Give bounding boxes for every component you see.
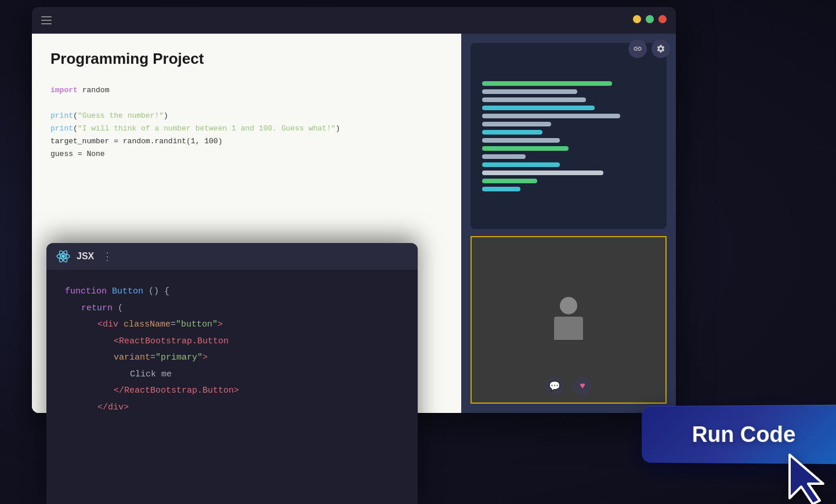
code-line-3: print("I will think of a number between … [50, 122, 443, 135]
run-code-label: Run Code [692, 422, 796, 447]
jsx-line-6: Click me [65, 367, 399, 383]
dots-menu[interactable]: ⋮ [102, 250, 113, 263]
code-line-4: target_number = random.randint(1, 100) [50, 135, 443, 148]
avatar [551, 297, 586, 338]
react-icon [56, 249, 71, 264]
jsx-line-7: </ReactBootstrap.Button> [65, 383, 399, 400]
preview-panel: 💬 ♥ [471, 236, 667, 404]
python-code: import random print("Guess the number!")… [50, 84, 443, 161]
avatar-body [554, 317, 583, 340]
svg-marker-4 [790, 455, 823, 504]
code-line-bar [482, 130, 542, 135]
code-lines-panel [471, 43, 667, 229]
link-icon-button[interactable] [628, 39, 647, 58]
code-line-bar [482, 179, 537, 183]
jsx-line-2: return ( [65, 300, 399, 317]
reaction-icons: 💬 ♥ [545, 377, 592, 396]
settings-icon [656, 44, 665, 53]
minimize-button[interactable] [633, 15, 641, 23]
jsx-line-5: variant="primary"> [65, 350, 399, 367]
cursor-arrow [784, 452, 836, 504]
browser-titlebar [32, 7, 676, 34]
heart-icon[interactable]: ♥ [573, 377, 592, 396]
menu-icon[interactable] [41, 16, 52, 24]
panel-icons [628, 39, 670, 58]
settings-icon-button[interactable] [652, 39, 670, 58]
jsx-line-3: <div className="button"> [65, 317, 399, 333]
jsx-line-8: </div> [65, 400, 399, 416]
avatar-head [560, 297, 577, 314]
close-button[interactable] [658, 15, 667, 23]
code-line-bar [482, 106, 595, 110]
code-line-bar [482, 138, 560, 143]
code-line-5: guess = None [50, 148, 443, 161]
project-title: Programming Project [50, 50, 443, 68]
chat-icon[interactable]: 💬 [545, 377, 564, 396]
code-line-bar [482, 89, 577, 94]
right-panel: 💬 ♥ [461, 34, 676, 413]
cursor-icon [784, 452, 836, 504]
jsx-line-4: <ReactBootstrap.Button [65, 333, 399, 350]
link-icon [633, 44, 642, 53]
code-line-bar [482, 97, 586, 102]
jsx-editor-header: JSX ⋮ [46, 243, 418, 270]
code-line-2: print("Guess the number!") [50, 110, 443, 122]
code-line-1: import random [50, 84, 443, 97]
svg-point-0 [61, 255, 64, 258]
jsx-editor: JSX ⋮ function Button () { return ( <div… [46, 243, 418, 504]
code-line-bar [482, 114, 620, 118]
jsx-label: JSX [77, 251, 94, 262]
jsx-code-block: function Button () { return ( <div class… [46, 270, 418, 430]
maximize-button[interactable] [646, 15, 654, 23]
code-line-bar [482, 81, 612, 86]
code-line-bar [482, 171, 603, 175]
code-line-bar [482, 154, 526, 159]
code-line-bar [482, 122, 551, 126]
code-line-bar [482, 187, 520, 191]
window-controls [633, 15, 667, 23]
jsx-line-1: function Button () { [65, 284, 399, 300]
code-line-bar [482, 162, 560, 167]
code-line-bar [482, 146, 569, 151]
